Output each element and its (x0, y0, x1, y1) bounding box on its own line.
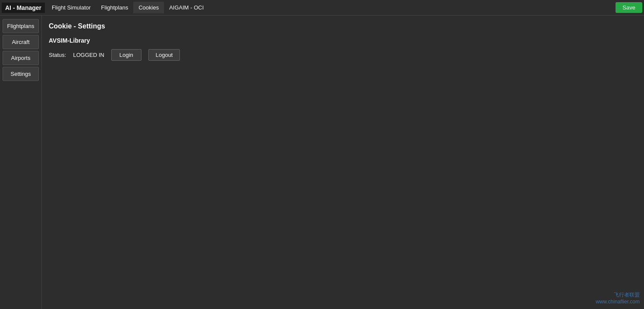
sidebar-item-flightplans[interactable]: Flightplans (3, 19, 39, 33)
content-area: Cookie - Settings AVSIM-Library Status: … (42, 16, 644, 309)
logout-button[interactable]: Logout (148, 49, 180, 61)
status-label: Status: (49, 52, 66, 58)
top-navigation: AI - Manager Flight Simulator Flightplan… (0, 0, 644, 16)
sidebar: Flightplans Aircraft Airports Settings (0, 16, 42, 309)
nav-flight-simulator[interactable]: Flight Simulator (47, 2, 96, 13)
app-logo: AI - Manager (2, 3, 45, 13)
nav-flightplans[interactable]: Flightplans (96, 2, 133, 13)
sidebar-item-settings[interactable]: Settings (3, 67, 39, 81)
nav-aigaim-oci[interactable]: AIGAIM - OCI (164, 2, 209, 13)
nav-cookies[interactable]: Cookies (133, 2, 164, 13)
section-title: AVSIM-Library (49, 37, 637, 44)
status-row: Status: LOGGED IN Login Logout (49, 49, 637, 61)
watermark-line2: www.chinaflier.com (596, 299, 640, 305)
main-layout: Flightplans Aircraft Airports Settings C… (0, 16, 644, 309)
page-title: Cookie - Settings (49, 22, 637, 30)
login-button[interactable]: Login (111, 49, 141, 61)
status-value: LOGGED IN (73, 52, 104, 58)
sidebar-item-aircraft[interactable]: Aircraft (3, 35, 39, 49)
sidebar-item-airports[interactable]: Airports (3, 51, 39, 65)
save-button[interactable]: Save (616, 2, 642, 13)
watermark-line1: 飞行者联盟 (596, 291, 640, 299)
watermark: 飞行者联盟 www.chinaflier.com (596, 291, 640, 305)
